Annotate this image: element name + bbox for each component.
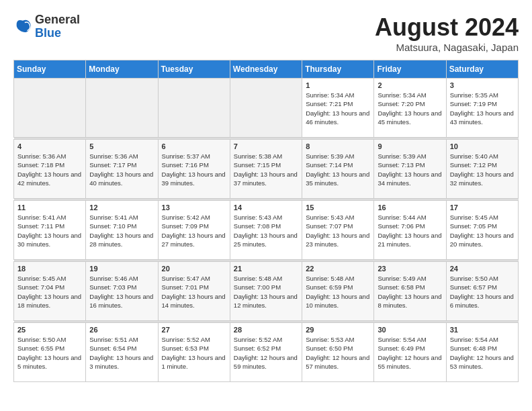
day-number: 1 (306, 81, 370, 89)
day-info: Sunrise: 5:35 AMSunset: 7:19 PMDaylight:… (450, 91, 515, 126)
title-area: August 2024 Matsuura, Nagasaki, Japan (375, 13, 519, 53)
day-number: 19 (89, 265, 154, 273)
day-number: 22 (306, 265, 370, 273)
week-row-5: 25Sunrise: 5:50 AMSunset: 6:55 PMDayligh… (14, 323, 519, 382)
day-info: Sunrise: 5:37 AMSunset: 7:16 PMDaylight:… (162, 152, 226, 187)
day-cell: 31Sunrise: 5:54 AMSunset: 6:48 PMDayligh… (446, 323, 518, 382)
day-info: Sunrise: 5:46 AMSunset: 7:03 PMDaylight:… (89, 274, 154, 310)
day-info: Sunrise: 5:43 AMSunset: 7:08 PMDaylight:… (234, 213, 298, 248)
calendar-table: Sunday Monday Tuesday Wednesday Thursday… (13, 60, 519, 382)
day-cell: 16Sunrise: 5:44 AMSunset: 7:06 PMDayligh… (374, 201, 446, 260)
day-cell: 23Sunrise: 5:49 AMSunset: 6:58 PMDayligh… (374, 262, 446, 321)
col-saturday: Saturday (446, 60, 518, 79)
day-info: Sunrise: 5:47 AMSunset: 7:01 PMDaylight:… (162, 274, 226, 310)
day-info: Sunrise: 5:34 AMSunset: 7:20 PMDaylight:… (378, 91, 442, 126)
day-number: 10 (450, 142, 515, 150)
day-number: 27 (162, 326, 226, 334)
week-row-2: 4Sunrise: 5:36 AMSunset: 7:18 PMDaylight… (14, 140, 519, 199)
day-cell: 4Sunrise: 5:36 AMSunset: 7:18 PMDaylight… (14, 140, 86, 199)
day-info: Sunrise: 5:54 AMSunset: 6:49 PMDaylight:… (378, 335, 442, 371)
day-number: 15 (306, 203, 370, 212)
day-cell: 17Sunrise: 5:45 AMSunset: 7:05 PMDayligh… (446, 201, 518, 260)
day-cell (14, 79, 86, 138)
day-info: Sunrise: 5:43 AMSunset: 7:07 PMDaylight:… (306, 213, 370, 248)
col-tuesday: Tuesday (158, 60, 230, 79)
day-number: 8 (306, 142, 370, 150)
day-number: 9 (378, 142, 442, 150)
day-cell: 26Sunrise: 5:51 AMSunset: 6:54 PMDayligh… (86, 323, 158, 382)
day-info: Sunrise: 5:41 AMSunset: 7:11 PMDaylight:… (17, 213, 82, 248)
week-row-3: 11Sunrise: 5:41 AMSunset: 7:11 PMDayligh… (14, 201, 519, 260)
day-number: 31 (450, 326, 515, 334)
day-cell: 30Sunrise: 5:54 AMSunset: 6:49 PMDayligh… (374, 323, 446, 382)
col-thursday: Thursday (302, 60, 374, 79)
day-cell: 11Sunrise: 5:41 AMSunset: 7:11 PMDayligh… (14, 201, 86, 260)
day-number: 14 (234, 203, 298, 212)
day-info: Sunrise: 5:50 AMSunset: 6:55 PMDaylight:… (17, 335, 82, 371)
day-info: Sunrise: 5:42 AMSunset: 7:09 PMDaylight:… (162, 213, 226, 248)
day-number: 13 (162, 203, 226, 212)
day-info: Sunrise: 5:44 AMSunset: 7:06 PMDaylight:… (378, 213, 442, 248)
day-info: Sunrise: 5:45 AMSunset: 7:04 PMDaylight:… (17, 274, 82, 310)
week-row-4: 18Sunrise: 5:45 AMSunset: 7:04 PMDayligh… (14, 262, 519, 321)
header: General Blue August 2024 Matsuura, Nagas… (13, 13, 519, 53)
col-friday: Friday (374, 60, 446, 79)
location: Matsuura, Nagasaki, Japan (375, 42, 519, 53)
day-cell (230, 79, 302, 138)
day-cell: 28Sunrise: 5:52 AMSunset: 6:52 PMDayligh… (230, 323, 302, 382)
day-cell: 25Sunrise: 5:50 AMSunset: 6:55 PMDayligh… (14, 323, 86, 382)
day-info: Sunrise: 5:36 AMSunset: 7:17 PMDaylight:… (89, 152, 154, 187)
day-cell: 5Sunrise: 5:36 AMSunset: 7:17 PMDaylight… (86, 140, 158, 199)
day-cell: 8Sunrise: 5:39 AMSunset: 7:14 PMDaylight… (302, 140, 374, 199)
day-info: Sunrise: 5:34 AMSunset: 7:21 PMDaylight:… (306, 91, 370, 126)
header-row: Sunday Monday Tuesday Wednesday Thursday… (14, 60, 519, 79)
day-cell: 13Sunrise: 5:42 AMSunset: 7:09 PMDayligh… (158, 201, 230, 260)
day-cell: 29Sunrise: 5:53 AMSunset: 6:50 PMDayligh… (302, 323, 374, 382)
day-cell: 9Sunrise: 5:39 AMSunset: 7:13 PMDaylight… (374, 140, 446, 199)
day-info: Sunrise: 5:40 AMSunset: 7:12 PMDaylight:… (450, 152, 515, 187)
day-cell: 18Sunrise: 5:45 AMSunset: 7:04 PMDayligh… (14, 262, 86, 321)
day-info: Sunrise: 5:51 AMSunset: 6:54 PMDaylight:… (89, 335, 154, 371)
day-number: 26 (89, 326, 154, 334)
logo-text: General Blue (35, 13, 80, 40)
day-cell: 27Sunrise: 5:52 AMSunset: 6:53 PMDayligh… (158, 323, 230, 382)
day-info: Sunrise: 5:45 AMSunset: 7:05 PMDaylight:… (450, 213, 515, 248)
day-cell: 14Sunrise: 5:43 AMSunset: 7:08 PMDayligh… (230, 201, 302, 260)
day-info: Sunrise: 5:36 AMSunset: 7:18 PMDaylight:… (17, 152, 82, 187)
logo: General Blue (13, 13, 80, 40)
day-number: 12 (89, 203, 154, 212)
day-cell: 19Sunrise: 5:46 AMSunset: 7:03 PMDayligh… (86, 262, 158, 321)
day-number: 11 (17, 203, 82, 212)
day-number: 16 (378, 203, 442, 212)
day-number: 29 (306, 326, 370, 334)
day-info: Sunrise: 5:49 AMSunset: 6:58 PMDaylight:… (378, 274, 442, 310)
col-monday: Monday (86, 60, 158, 79)
day-cell (86, 79, 158, 138)
day-number: 25 (17, 326, 82, 334)
day-info: Sunrise: 5:52 AMSunset: 6:52 PMDaylight:… (234, 335, 298, 371)
day-cell: 12Sunrise: 5:41 AMSunset: 7:10 PMDayligh… (86, 201, 158, 260)
day-cell: 10Sunrise: 5:40 AMSunset: 7:12 PMDayligh… (446, 140, 518, 199)
day-number: 3 (450, 81, 515, 89)
logo-icon (13, 17, 32, 36)
day-cell: 21Sunrise: 5:48 AMSunset: 7:00 PMDayligh… (230, 262, 302, 321)
day-number: 5 (89, 142, 154, 150)
day-number: 4 (17, 142, 82, 150)
day-cell: 1Sunrise: 5:34 AMSunset: 7:21 PMDaylight… (302, 79, 374, 138)
col-wednesday: Wednesday (230, 60, 302, 79)
day-info: Sunrise: 5:53 AMSunset: 6:50 PMDaylight:… (306, 335, 370, 371)
day-info: Sunrise: 5:48 AMSunset: 7:00 PMDaylight:… (234, 274, 298, 310)
day-number: 20 (162, 265, 226, 273)
day-number: 17 (450, 203, 515, 212)
day-number: 30 (378, 326, 442, 334)
col-sunday: Sunday (14, 60, 86, 79)
week-row-1: 1Sunrise: 5:34 AMSunset: 7:21 PMDaylight… (14, 79, 519, 138)
day-number: 2 (378, 81, 442, 89)
day-info: Sunrise: 5:41 AMSunset: 7:10 PMDaylight:… (89, 213, 154, 248)
day-number: 24 (450, 265, 515, 273)
day-number: 7 (234, 142, 298, 150)
day-number: 6 (162, 142, 226, 150)
day-cell: 6Sunrise: 5:37 AMSunset: 7:16 PMDaylight… (158, 140, 230, 199)
day-info: Sunrise: 5:52 AMSunset: 6:53 PMDaylight:… (162, 335, 226, 371)
day-cell: 22Sunrise: 5:48 AMSunset: 6:59 PMDayligh… (302, 262, 374, 321)
